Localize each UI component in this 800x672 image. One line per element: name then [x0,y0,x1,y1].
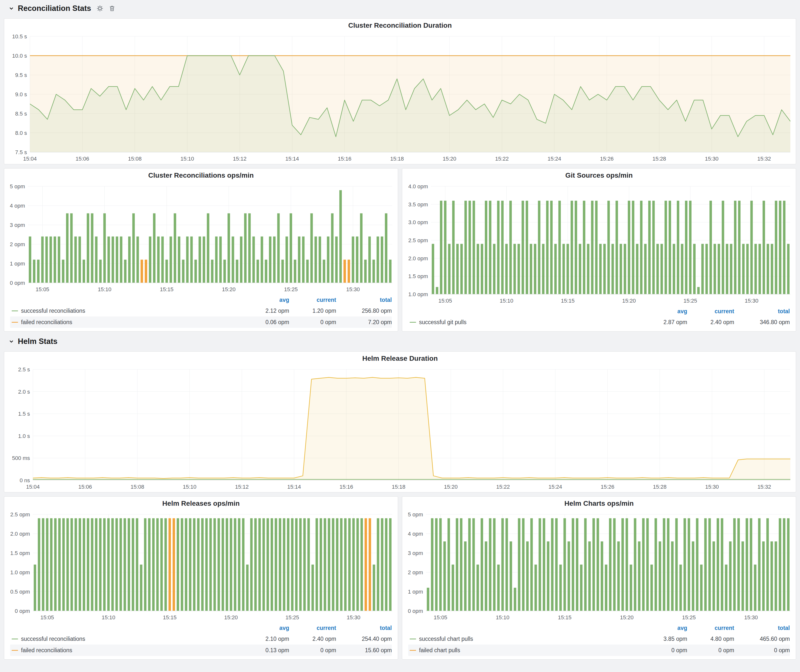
svg-text:15:20: 15:20 [222,286,235,293]
legend-header-current[interactable]: current [687,625,734,631]
helm-charts-ops-chart[interactable]: 15:0515:1015:1515:2015:2515:300 opm1 opm… [402,510,796,623]
legend-header-avg[interactable]: avg [242,625,289,631]
helm-releases-ops-chart[interactable]: 15:0515:1015:1515:2015:2515:300 opm0.5 o… [4,510,398,623]
section-title[interactable]: Reconciliation Stats [18,4,91,13]
panel-git-sources-ops: Git Sources ops/min 15:0515:1015:1515:20… [402,168,796,331]
svg-text:15:04: 15:04 [26,484,40,490]
series-color-dash [12,650,18,651]
panel-helm-releases-ops: Helm Releases ops/min 15:0515:1015:1515:… [4,496,398,660]
svg-text:0 opm: 0 opm [10,280,25,286]
legend: avg current total successful reconciliat… [4,295,398,331]
svg-text:15:06: 15:06 [75,156,89,162]
series-avg-value: 2.87 opm [640,319,687,326]
svg-text:15:28: 15:28 [653,484,667,490]
svg-text:4 opm: 4 opm [10,203,25,209]
svg-text:2.0 opm: 2.0 opm [408,255,428,262]
svg-text:2 opm: 2 opm [408,569,423,576]
legend-header-avg[interactable]: avg [640,625,687,631]
series-total-value: 0 opm [734,647,790,654]
svg-text:15:30: 15:30 [705,484,719,490]
legend-row: successful reconciliations 2.10 opm 2.40… [10,633,392,645]
legend-header-total[interactable]: total [336,297,392,303]
series-total-value: 346.80 opm [734,319,790,326]
trash-icon[interactable] [109,5,115,12]
svg-text:1.5 opm: 1.5 opm [10,550,30,556]
svg-text:1.5 s: 1.5 s [18,411,30,417]
series-name[interactable]: successful reconciliations [21,307,85,314]
svg-text:15:16: 15:16 [338,156,351,162]
series-name[interactable]: successful git pulls [419,319,467,326]
svg-text:15:16: 15:16 [340,484,353,490]
helm-release-duration-chart[interactable]: 15:0415:0615:0815:1015:1215:1415:1615:18… [4,365,796,492]
series-avg-value: 0 opm [640,647,687,654]
svg-text:15:20: 15:20 [444,484,458,490]
svg-text:3.0 opm: 3.0 opm [408,219,428,226]
panel-title[interactable]: Helm Releases ops/min [4,497,398,510]
svg-text:3 opm: 3 opm [10,222,25,228]
svg-text:2.5 s: 2.5 s [18,366,30,373]
panel-title[interactable]: Cluster Reconciliation Duration [4,19,796,32]
git-sources-ops-chart[interactable]: 15:0515:1015:1515:2015:2515:301.0 opm1.5… [402,182,796,306]
series-color-dash [12,638,18,639]
legend-header-avg[interactable]: avg [242,297,289,303]
svg-text:15:20: 15:20 [620,614,634,621]
svg-text:15:05: 15:05 [40,614,54,621]
legend-header-total[interactable]: total [734,308,790,315]
svg-text:15:22: 15:22 [495,156,509,162]
svg-text:15:05: 15:05 [434,614,447,621]
legend-header-current[interactable]: current [289,297,336,303]
series-current-value: 1.20 opm [289,307,336,314]
series-total-value: 465.60 opm [734,636,790,642]
section-header-helm-stats[interactable]: Helm Stats [4,336,796,347]
section-title[interactable]: Helm Stats [18,337,58,346]
svg-text:0.5 opm: 0.5 opm [10,589,30,595]
panel-row-reconciliation: Cluster Reconciliations ops/min 15:0515:… [4,168,796,331]
legend-header-row: avg current total [10,295,392,305]
svg-text:10.5 s: 10.5 s [12,34,27,40]
svg-text:3 opm: 3 opm [408,550,423,556]
legend-header-total[interactable]: total [734,625,790,631]
legend-header-current[interactable]: current [289,625,336,631]
series-name[interactable]: failed reconciliations [21,319,72,326]
series-name[interactable]: successful reconciliations [21,636,85,642]
svg-text:15:15: 15:15 [163,614,177,621]
svg-text:15:08: 15:08 [131,484,144,490]
series-name[interactable]: successful chart pulls [419,636,473,642]
legend-row: successful git pulls 2.87 opm 2.40 opm 3… [408,317,790,328]
svg-text:2.5 opm: 2.5 opm [10,511,30,518]
series-name[interactable]: failed chart pulls [419,647,460,654]
series-current-value: 2.40 opm [687,319,734,326]
panel-title[interactable]: Helm Release Duration [4,352,796,365]
panel-title[interactable]: Git Sources ops/min [402,168,796,182]
svg-text:1.0 opm: 1.0 opm [10,569,30,576]
svg-text:15:12: 15:12 [235,484,249,490]
svg-text:0 opm: 0 opm [15,608,30,614]
legend: avg current total successful git pulls 2… [402,306,796,331]
svg-text:15:25: 15:25 [682,614,696,621]
svg-text:15:04: 15:04 [23,156,37,162]
chevron-down-icon[interactable] [8,5,14,11]
chevron-down-icon[interactable] [8,338,14,344]
legend-header-total[interactable]: total [336,625,392,631]
legend-header-avg[interactable]: avg [640,308,687,315]
legend: avg current total successful reconciliat… [4,623,398,659]
svg-text:15:24: 15:24 [547,156,561,162]
legend-header-current[interactable]: current [687,308,734,315]
panel-title[interactable]: Cluster Reconciliations ops/min [4,168,398,182]
cluster-reconciliations-ops-chart[interactable]: 15:0515:1015:1515:2015:2515:300 opm1 opm… [4,182,398,295]
legend: avg current total successful chart pulls… [402,623,796,659]
svg-text:15:24: 15:24 [549,484,562,490]
svg-text:15:18: 15:18 [390,156,404,162]
svg-text:4.0 opm: 4.0 opm [408,183,428,190]
legend-header-row: avg current total [10,623,392,633]
panel-title[interactable]: Helm Charts ops/min [402,497,796,510]
series-name[interactable]: failed reconciliations [21,647,72,654]
section-header-reconciliation-stats[interactable]: Reconciliation Stats [4,2,796,14]
series-color-dash [12,310,18,311]
svg-text:15:25: 15:25 [683,298,697,304]
cluster-reconciliation-duration-chart[interactable]: 15:0415:0615:0815:1015:1215:1415:1615:18… [4,32,796,164]
gear-icon[interactable] [96,5,103,12]
svg-text:1 opm: 1 opm [408,589,423,595]
svg-text:15:32: 15:32 [757,484,771,490]
svg-text:15:15: 15:15 [558,614,571,621]
